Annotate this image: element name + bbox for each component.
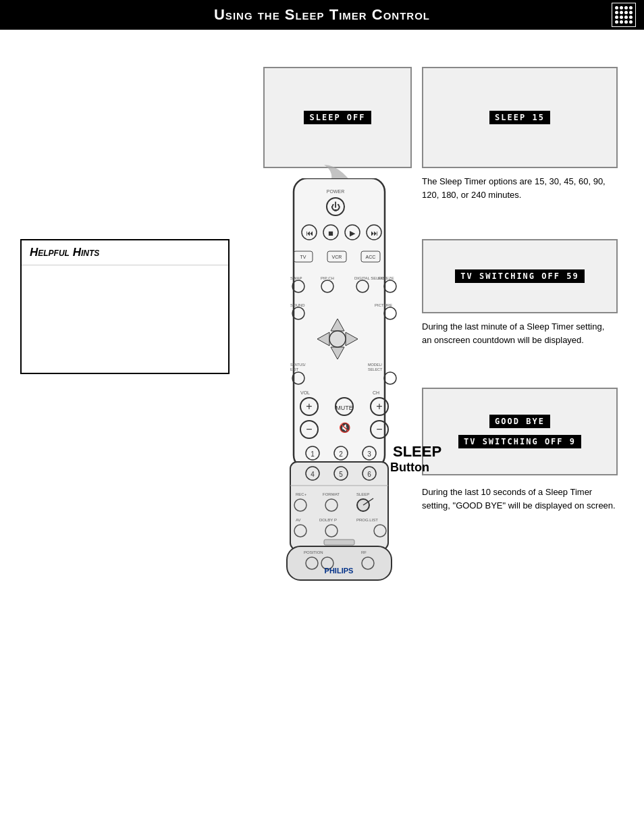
svg-rect-81 [324,540,354,545]
svg-text:MODEL/: MODEL/ [368,363,383,367]
svg-text:⏻: ⏻ [331,201,340,212]
svg-text:⏭: ⏭ [371,229,378,237]
dot [615,11,618,14]
dot [629,16,633,19]
svg-point-42 [384,372,396,384]
dot [629,6,633,9]
svg-text:SLEEP: SLEEP [356,492,369,496]
svg-text:⏮: ⏮ [306,229,313,237]
svg-text:EXIT: EXIT [290,367,299,371]
screen-sleep-15: SLEEP 15 [422,67,618,168]
dot [624,20,628,24]
svg-text:FREEZE: FREEZE [378,276,394,280]
svg-text:PICTURE: PICTURE [375,303,392,307]
svg-point-31 [384,307,396,319]
page-header: Using the Sleep Timer Control [0,0,644,30]
countdown-desc: During the last minute of a Sleep Timer … [422,320,611,346]
dot [615,20,618,24]
sleep-button-label: SLEEP [393,443,441,461]
svg-text:▶: ▶ [350,229,356,237]
remote-control: POWER ⏻ ⏮ ⏹ ▶ ⏭ [280,178,398,586]
svg-text:POSITION: POSITION [304,550,323,554]
main-content: SLEEP OFF SLEEP 15 The Sleep Timer optio… [0,30,644,834]
svg-text:3: 3 [367,450,371,458]
svg-rect-2 [287,546,392,580]
svg-text:🔇: 🔇 [339,422,351,434]
svg-text:FORMAT: FORMAT [323,492,340,496]
svg-text:MUTE: MUTE [336,405,353,411]
svg-text:PIP CH: PIP CH [321,276,334,280]
screen-sleep-off-text: SLEEP OFF [304,111,371,124]
svg-text:6: 6 [367,471,371,478]
screen-switching-off-59-text: TV SWITCHING OFF 59 [455,269,584,283]
svg-point-27 [384,280,396,292]
svg-text:VOL: VOL [300,390,310,395]
goodbye-desc: During the last 10 seconds of a Sleep Ti… [422,486,618,512]
svg-text:DOLBY P: DOLBY P [319,518,337,522]
svg-text:−: − [306,423,312,435]
svg-text:5: 5 [339,471,343,478]
svg-text:TV: TV [300,255,306,259]
dot [615,6,618,9]
svg-text:SELECT: SELECT [368,367,383,371]
dot [624,6,628,9]
helpful-hints-title: Helpful Hints [22,240,228,265]
svg-text:POWER: POWER [327,189,344,194]
svg-text:RF: RF [361,550,367,554]
svg-text:1: 1 [311,450,315,458]
screen-goodbye-text1: GOOD BYE [489,415,550,428]
screen-switching-off-59: TV SWITCHING OFF 59 [422,239,618,313]
svg-text:ACC: ACC [366,255,376,259]
svg-text:PROG.LIST: PROG.LIST [356,518,378,522]
svg-text:+: + [306,400,312,412]
svg-point-36 [329,331,346,347]
dot [615,16,618,19]
helpful-hints-box: Helpful Hints [20,239,230,374]
svg-text:SWAP: SWAP [290,276,302,280]
dot [629,20,633,24]
svg-text:AV: AV [296,518,301,522]
svg-text:4: 4 [311,471,315,478]
dot [620,16,623,19]
screen-sleep-off: SLEEP OFF [263,67,412,168]
dot [620,6,623,9]
screen-sleep-15-text: SLEEP 15 [489,111,550,124]
svg-text:PHILIPS: PHILIPS [325,567,354,575]
screen-goodbye-text2: TV SWITCHING OFF 9 [458,435,581,448]
svg-text:⏹: ⏹ [327,230,334,237]
dot [620,20,623,24]
svg-text:REC+: REC+ [296,492,307,496]
dot [620,11,623,14]
svg-text:+: + [376,400,382,412]
header-icon [612,3,636,27]
screen-goodbye: GOOD BYE TV SWITCHING OFF 9 [422,388,618,475]
remote-svg: POWER ⏻ ⏮ ⏹ ▶ ⏭ [280,178,398,583]
dot [624,16,628,19]
svg-text:VCR: VCR [332,255,342,259]
svg-text:SOUND: SOUND [290,303,305,307]
svg-text:2: 2 [339,450,343,458]
sleep-timer-options-desc: The Sleep Timer options are 15, 30, 45, … [422,175,611,201]
page-title: Using the Sleep Timer Control [214,6,430,24]
dot [624,11,628,14]
svg-text:STATUS/: STATUS/ [290,363,306,367]
dot [629,11,633,14]
svg-text:CH: CH [373,390,379,395]
svg-text:−: − [376,423,382,435]
